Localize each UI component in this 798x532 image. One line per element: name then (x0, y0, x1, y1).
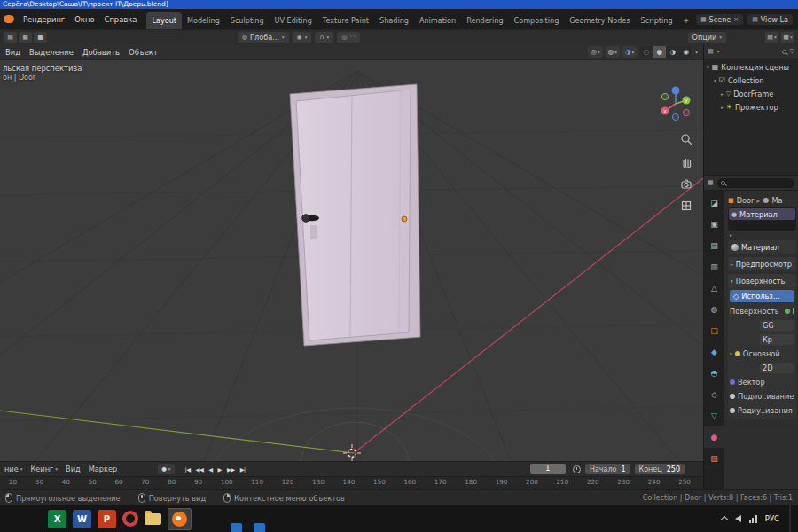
workspace-tab-sculpting[interactable]: Sculpting (225, 12, 270, 29)
door-handle-knob[interactable] (302, 215, 310, 223)
properties-tab-texture[interactable]: ▨ (704, 448, 724, 469)
shading-wireframe-button[interactable]: ◌ (639, 46, 653, 58)
collapse-arrow-icon[interactable]: ▸ (721, 105, 724, 110)
window-titlebar[interactable]: Серёга\Desktop\Саша\IT\проект IT\Дверь.b… (0, 0, 798, 9)
shading-solid-button[interactable]: ● (653, 46, 666, 58)
transform-orientation-dropdown[interactable]: ◍ Глоба... ▾ (238, 32, 289, 43)
workspace-tab-compositing[interactable]: Compositing (509, 12, 565, 29)
search-icon[interactable] (782, 50, 786, 54)
prev-keyframe-button[interactable]: ◀◀ (196, 466, 204, 473)
viewport-menu-view[interactable]: Вид (5, 48, 20, 57)
properties-tab-constraints[interactable]: ◇ (704, 384, 724, 405)
breadcrumb-object-name[interactable]: Door (737, 196, 755, 205)
toolbar-icon-3[interactable]: ■ (34, 32, 47, 43)
outliner-row-scene-collection[interactable]: ▾ ▦ Коллекция сцены (704, 60, 798, 74)
axis-y-neg-handle[interactable] (661, 93, 668, 99)
properties-tab-view-layer[interactable]: ▥ (704, 256, 724, 278)
base-color-row[interactable]: ▾ Основной... (730, 348, 794, 359)
workspace-tab-modeling[interactable]: Modeling (182, 12, 225, 29)
zoom-icon[interactable] (680, 133, 693, 146)
overlays-dropdown[interactable]: ◍▾ (606, 46, 620, 58)
properties-tab-object-data[interactable]: ▽ (704, 405, 724, 426)
slot-specials-button[interactable]: ▸ (728, 231, 796, 238)
powerpoint-icon[interactable]: P (98, 510, 116, 528)
properties-tab-output[interactable]: ▤ (704, 235, 724, 256)
properties-search-input[interactable] (717, 178, 794, 188)
preview-panel-header[interactable]: ▸ Предпросмотр (728, 257, 796, 270)
material-slot-list[interactable]: ● Материал (728, 207, 796, 231)
object-origin-dot[interactable] (402, 216, 407, 222)
viewport-menu-object[interactable]: Объект (129, 48, 158, 57)
tray-expand-icon[interactable] (721, 516, 728, 523)
collection-checkbox-icon[interactable]: ☑ (719, 76, 725, 84)
properties-tab-tool[interactable]: ◪ (704, 192, 724, 214)
properties-tab-physics[interactable]: ◓ (704, 363, 724, 384)
subsurface-row[interactable]: Подпо..ивание (730, 390, 794, 402)
properties-tab-material[interactable]: ● (704, 426, 724, 448)
play-reverse-button[interactable]: ◀ (208, 466, 212, 473)
gizmos-dropdown[interactable]: ◑▾ (622, 46, 637, 58)
current-frame-field[interactable]: 1 (530, 464, 566, 474)
outliner-row-spotlight[interactable]: ▸ ☀ Прожектор (704, 100, 798, 113)
show-desktop-button[interactable] (789, 505, 791, 532)
shading-material-button[interactable]: ◑ (666, 46, 679, 58)
recorder-app-icon[interactable] (122, 511, 138, 527)
expand-arrow-icon[interactable]: ▾ (707, 65, 709, 70)
collapse-arrow-icon[interactable]: ▸ (721, 91, 724, 97)
menu-window[interactable]: Окно (70, 13, 98, 26)
axis-x-neg-handle[interactable] (683, 109, 689, 115)
workspace-tab-texture-paint[interactable]: Texture Paint (317, 12, 374, 29)
play-button[interactable]: ▶ (218, 466, 222, 473)
axis-z-neg-handle[interactable] (672, 113, 678, 120)
auto-keying-toggle[interactable]: ● ▾ (158, 464, 174, 474)
options-dropdown[interactable]: Опции ▾ (688, 32, 726, 43)
outliner-row-doorframe[interactable]: ▸ ▽ DoorFrame (704, 87, 798, 100)
workspace-tab-uv-editing[interactable]: UV Editing (270, 12, 317, 29)
vector-row[interactable]: Вектор (730, 376, 794, 387)
partial-app-icon[interactable] (254, 523, 265, 532)
language-indicator[interactable]: РУС (765, 514, 779, 523)
frame-start-field[interactable]: Начало1 (585, 464, 630, 474)
properties-tab-object[interactable]: □ (704, 320, 724, 341)
excel-icon[interactable]: X (48, 510, 66, 528)
blender-taskbar-button[interactable] (168, 508, 192, 530)
frame-end-field[interactable]: Конец250 (635, 464, 685, 474)
pivot-point-dropdown[interactable]: ◉ ▾ (293, 32, 312, 43)
view-layer-selector[interactable]: ▤ View La (747, 14, 793, 25)
shading-options-chevron-icon[interactable]: ▾ (695, 50, 698, 55)
use-nodes-button[interactable]: ◇ Использ... (730, 290, 794, 302)
next-keyframe-button[interactable]: ▶▶ (227, 466, 235, 473)
outliner-editor-icon[interactable]: ▤ (708, 48, 714, 55)
surface-panel-header[interactable]: ▾ Поверхность (728, 274, 796, 287)
visibility-dropdown[interactable]: ◎▾ (588, 46, 602, 58)
jump-to-start-button[interactable]: |◀ (185, 466, 191, 473)
subsurface-method-dropdown[interactable]: Кр (760, 334, 794, 345)
snap-dropdown[interactable]: ∩ ▾ (315, 32, 333, 43)
timeline-ruler[interactable]: 203040 506070 8090100 110120130 14015016… (0, 476, 703, 489)
viewport-menu-select[interactable]: Выделение (29, 48, 74, 57)
filter-icon[interactable]: ▽ (790, 48, 794, 55)
menu-help[interactable]: Справка (100, 13, 142, 26)
expand-arrow-icon[interactable]: ▾ (714, 78, 716, 83)
toolbar-icon-1[interactable]: ▤ (4, 32, 17, 43)
viewport-3d[interactable]: Вид Выделение Добавить Объект ◎▾ ◍▾ ◑▾ (0, 44, 703, 461)
proportional-edit-toggle[interactable]: ◎ ◠ (337, 32, 359, 43)
scene-selector[interactable]: ▦ Scene × (696, 14, 743, 25)
viewport-canvas[interactable] (0, 44, 703, 461)
properties-tab-modifiers[interactable]: ◆ (704, 341, 724, 363)
properties-tab-render[interactable]: ▣ (704, 214, 724, 235)
topbar-widget-a[interactable]: ▤▾ (765, 32, 778, 43)
shading-rendered-button[interactable]: ◉ (679, 46, 692, 58)
blender-logo-icon[interactable] (4, 15, 14, 23)
distribution-dropdown[interactable]: GG (760, 320, 794, 331)
add-workspace-button[interactable]: + (678, 12, 695, 29)
timeline-menu-marker[interactable]: Маркер (89, 465, 117, 473)
outliner-row-collection[interactable]: ▾ ☑ Collection (704, 74, 798, 87)
timeline-menu-keying[interactable]: Кеинг▾ (30, 465, 58, 473)
properties-tab-world[interactable]: ◍ (704, 299, 724, 320)
image-texture-dropdown[interactable]: 2D (760, 363, 794, 373)
topbar-widget-b[interactable]: ▦▾ (781, 32, 794, 43)
material-slot-selected[interactable]: ● Материал (729, 208, 795, 220)
jump-to-end-button[interactable]: ▶| (240, 466, 246, 473)
properties-tab-scene[interactable]: △ (704, 278, 724, 299)
